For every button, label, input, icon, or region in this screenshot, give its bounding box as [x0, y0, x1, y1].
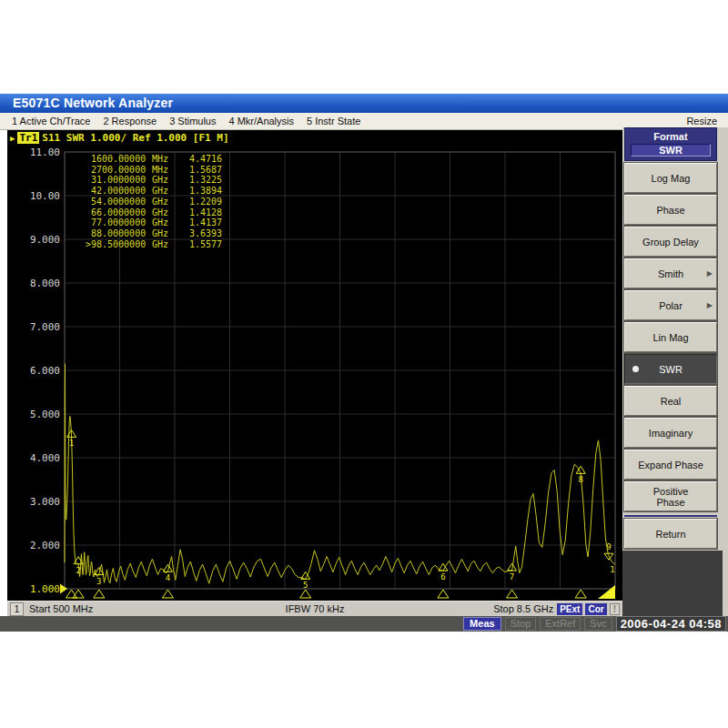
menu-bar: 1 Active Ch/Trace2 Response3 Stimulus4 M… — [0, 113, 728, 130]
marker-frequency: 6.0000000 — [96, 207, 146, 218]
marker-frequency: 2.0000000 — [96, 186, 146, 197]
y-axis-tick-label: 7.000 — [30, 321, 60, 333]
menu-item-3[interactable]: 3 Stimulus — [169, 116, 216, 126]
y-axis-tick-label: 2.000 — [30, 540, 60, 551]
softkey-return[interactable]: Return — [624, 519, 717, 549]
softkey-log-mag[interactable]: Log Mag — [624, 163, 717, 193]
softkey-header-value: SWR — [631, 144, 711, 157]
marker-value: 1.3225 — [177, 175, 222, 186]
marker-table-row: 54.0000000GHz1.2209 — [69, 197, 222, 207]
softkey-smith[interactable]: Smith▶ — [624, 258, 717, 288]
window-title-bar: E5071C Network Analyzer — [0, 94, 728, 113]
marker-frequency-unit: GHz — [146, 197, 177, 207]
marker-stimulus-icon[interactable] — [300, 590, 311, 598]
softkey-phase[interactable]: Phase — [624, 195, 717, 225]
marker-2-number: 2 — [76, 566, 80, 575]
reference-level-arrow-icon — [60, 584, 67, 594]
marker-stimulus-icon[interactable] — [507, 590, 518, 598]
marker-stimulus-icon[interactable] — [575, 590, 586, 598]
softkey-lin-mag[interactable]: Lin Mag — [624, 322, 717, 352]
marker-stimulus-icon[interactable] — [94, 590, 105, 598]
resize-button[interactable]: Resize — [686, 116, 717, 126]
marker-stimulus-icon[interactable] — [162, 590, 173, 598]
y-axis-tick-label: 4.000 — [30, 452, 60, 464]
marker-frequency: 600.00000 — [96, 154, 146, 165]
marker-frequency-unit: GHz — [146, 228, 177, 239]
marker-table-row: 1600.00000MHz4.4716 — [69, 154, 222, 165]
softkey-polar[interactable]: Polar▶ — [624, 290, 717, 320]
marker-value: 1.2209 — [177, 197, 222, 207]
softkey-header: Format SWR — [624, 127, 717, 161]
selected-dot-icon — [632, 366, 639, 372]
marker-number: 5 — [69, 197, 96, 207]
marker-table-row: 2700.00000MHz1.5687 — [69, 165, 222, 176]
marker-table-row: 77.0000000GHz1.4137 — [69, 217, 222, 228]
marker-value: 4.4716 — [177, 154, 222, 165]
marker-frequency-unit: GHz — [146, 186, 177, 197]
softkey-label: Positive Phase — [638, 486, 703, 508]
marker-table: 1600.00000MHz4.47162700.00000MHz1.568731… — [69, 154, 222, 249]
marker-number: 3 — [69, 175, 96, 186]
marker-number: >9 — [69, 239, 96, 250]
softkey-label: Expand Phase — [638, 460, 703, 470]
marker-frequency: 7.0000000 — [96, 217, 146, 228]
marker-frequency: 4.0000000 — [96, 197, 146, 207]
active-marker-stimulus-icon[interactable] — [598, 585, 615, 599]
marker-frequency-unit: GHz — [146, 207, 177, 218]
menu-item-5[interactable]: 5 Instr State — [307, 116, 360, 126]
softkey-label: Phase — [638, 205, 703, 216]
softkey-imaginary[interactable]: Imaginary — [624, 418, 717, 448]
marker-frequency-unit: MHz — [146, 154, 177, 165]
marker-stimulus-icon[interactable] — [438, 590, 449, 598]
y-axis-tick-label: 9.000 — [30, 234, 60, 246]
marker-number: 7 — [69, 217, 96, 228]
y-axis-tick-label: 10.00 — [30, 190, 60, 202]
marker-value: 1.4137 — [177, 217, 222, 228]
softkey-label: Lin Mag — [638, 332, 703, 343]
marker-table-row: 42.0000000GHz1.3894 — [69, 186, 222, 197]
instrument-state-stop: Stop — [505, 617, 537, 631]
menu-item-1[interactable]: 1 Active Ch/Trace — [12, 116, 90, 126]
softkey-real[interactable]: Real — [624, 386, 717, 416]
y-axis-tick-label: 6.000 — [30, 365, 60, 377]
marker-number: 1 — [69, 154, 96, 165]
datetime-display: 2006-04-24 04:58 — [616, 616, 726, 632]
marker-frequency-unit: GHz — [146, 239, 177, 250]
softkey-label: Imaginary — [638, 428, 703, 439]
softkey-swr[interactable]: SWR — [624, 354, 717, 384]
softkey-label: Log Mag — [638, 173, 703, 184]
marker-frequency: 8.0000000 — [96, 228, 146, 239]
softkey-label: Smith — [638, 268, 703, 279]
trace-number-label: 1 — [610, 565, 614, 574]
y-axis-tick-label: 11.00 — [30, 147, 60, 158]
marker-4-number: 4 — [166, 573, 170, 582]
marker-5-number: 5 — [303, 581, 308, 590]
trace-status-line: ▶ Tr1 S11 SWR 1.000/ Ref 1.000 [F1 M] — [10, 132, 229, 144]
softkey-expand-phase[interactable]: Expand Phase — [624, 450, 717, 480]
y-axis-tick-label: 1.000 — [30, 583, 60, 595]
y-axis-tick-label: 8.000 — [30, 278, 60, 289]
marker-table-row: 66.0000000GHz1.4128 — [69, 207, 222, 218]
marker-number: 8 — [69, 228, 96, 239]
marker-frequency: 700.00000 — [96, 165, 146, 176]
active-trace-arrow-icon: ▶ — [10, 134, 15, 143]
marker-value: 1.5687 — [177, 165, 222, 176]
softkey-positive-phase[interactable]: Positive Phase — [624, 481, 717, 511]
bottom-status-bar: MeasStopExtRefSvc 2006-04-24 04:58 — [0, 616, 728, 632]
trace-badge[interactable]: Tr1 — [17, 132, 39, 144]
menu-item-4[interactable]: 4 Mkr/Analysis — [228, 116, 294, 126]
menu-item-2[interactable]: 2 Response — [103, 116, 157, 126]
marker-number: 6 — [69, 207, 96, 218]
marker-frequency: 1.0000000 — [96, 175, 146, 186]
softkey-group-delay[interactable]: Group Delay — [624, 227, 717, 257]
marker-number: 2 — [69, 165, 96, 176]
instrument-state-meas: Meas — [463, 617, 501, 631]
softkey-header-title: Format — [625, 131, 716, 142]
analyzer-screen: 11.0010.009.0008.0007.0006.0005.0004.000… — [7, 130, 622, 601]
window-title: E5071C Network Analyzer — [13, 96, 173, 110]
softkey-separator — [624, 515, 717, 517]
marker-value: 1.5577 — [177, 239, 222, 250]
marker-3-number: 3 — [96, 577, 101, 586]
trace-format-text: S11 SWR 1.000/ Ref 1.000 [F1 M] — [42, 132, 228, 144]
instrument-status-items: MeasStopExtRefSvc — [463, 617, 612, 631]
